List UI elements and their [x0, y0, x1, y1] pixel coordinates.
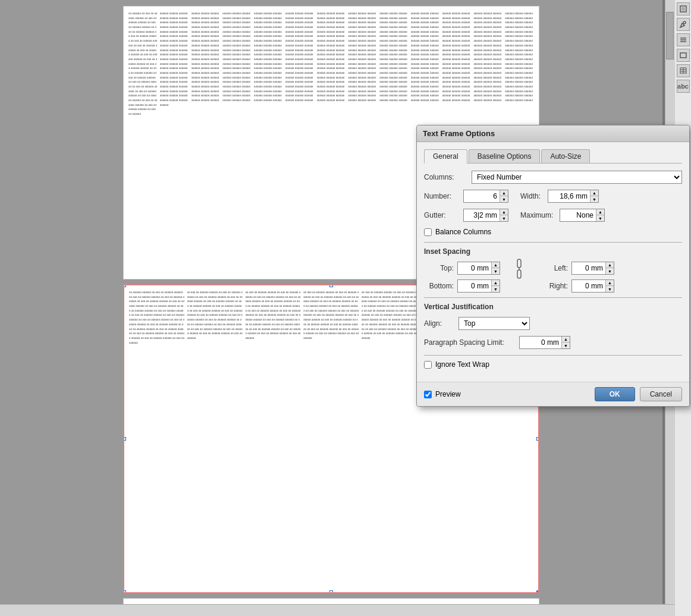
ignore-text-wrap-label: Ignore Text Wrap — [435, 360, 489, 369]
right-down[interactable]: ▼ — [606, 286, 614, 292]
top-label: Top: — [424, 264, 454, 272]
tool-text[interactable]: abc — [677, 80, 690, 93]
tab-baseline-options[interactable]: Baseline Options — [469, 149, 541, 163]
bottom-text-col-3: aa aaa aa aaaaaa aaaaaa aa aaa aa aaaaaa… — [245, 290, 301, 587]
top-down[interactable]: ▼ — [492, 268, 500, 274]
columns-label: Columns: — [424, 173, 472, 181]
width-input[interactable] — [548, 190, 590, 202]
tab-general[interactable]: General — [424, 149, 467, 164]
text-col-7: aaaaaa aaaaaa aaaaaa aaaaaa aaaaaa aaaaa… — [317, 11, 346, 274]
width-spinbox[interactable]: ▲ ▼ — [548, 190, 599, 203]
handle-mr[interactable] — [536, 437, 539, 441]
handle-bl[interactable] — [123, 590, 126, 593]
right-input[interactable] — [572, 280, 605, 292]
paragraph-spacing-spinbox[interactable]: ▲ ▼ — [519, 336, 570, 349]
number-arrows: ▲ ▼ — [500, 190, 508, 202]
ok-button[interactable]: OK — [595, 387, 635, 401]
bottom-text-col-4: aa aaa aa aaaaaa aaaaaa aa aaa aa aaaaaa… — [303, 290, 359, 587]
left-down[interactable]: ▼ — [606, 268, 614, 274]
left-label: Left: — [538, 264, 568, 272]
paragraph-spacing-input[interactable] — [520, 337, 561, 348]
align-row: Align: Top Center Bottom Justify — [424, 317, 682, 330]
handle-bm[interactable] — [329, 590, 333, 593]
text-col-8: aaaaaa aaaaaa aaaaaa aaaaaa aaaaaa aaaaa… — [348, 11, 377, 274]
bottom-up[interactable]: ▲ — [492, 280, 500, 286]
right-spinbox[interactable]: ▲ ▼ — [571, 279, 614, 293]
handle-tm[interactable] — [329, 284, 333, 287]
left-field-row: Left: ▲ ▼ — [538, 262, 614, 275]
paragraph-spacing-up[interactable]: ▲ — [562, 337, 570, 342]
handle-tl[interactable] — [123, 284, 126, 287]
balance-columns-checkbox[interactable] — [424, 228, 432, 236]
columns-row: Columns: Fixed Number Flexible Width Fix… — [424, 171, 682, 184]
width-field-group: Width: ▲ ▼ — [520, 190, 599, 203]
tool-pen[interactable] — [677, 18, 690, 31]
top-spinbox[interactable]: ▲ ▼ — [457, 262, 500, 275]
maximum-input[interactable] — [560, 209, 596, 221]
ignore-text-wrap-checkbox[interactable] — [424, 361, 432, 369]
tab-auto-size[interactable]: Auto-Size — [541, 149, 590, 163]
maximum-down[interactable]: ▼ — [596, 215, 604, 221]
inset-spacing-title: Inset Spacing — [424, 247, 682, 256]
divider-1 — [424, 242, 682, 243]
svg-rect-6 — [680, 53, 686, 58]
gutter-up[interactable]: ▲ — [500, 209, 508, 215]
scroll-thumb-vertical[interactable] — [666, 12, 674, 59]
right-up[interactable]: ▲ — [606, 280, 614, 286]
handle-ml[interactable] — [123, 437, 126, 441]
top-up[interactable]: ▲ — [492, 262, 500, 268]
top-input[interactable] — [458, 262, 491, 274]
width-up[interactable]: ▲ — [591, 190, 598, 196]
text-frame-options-dialog[interactable]: Text Frame Options General Baseline Opti… — [416, 125, 690, 407]
width-down[interactable]: ▼ — [591, 196, 598, 202]
text-col-1: aa aaaaaa aa aaa aa aaaaaa aaaaaa aa aaa… — [128, 11, 158, 274]
tab-bar: General Baseline Options Auto-Size — [424, 149, 682, 164]
columns-select[interactable]: Fixed Number Flexible Width Fixed Width — [472, 171, 682, 184]
tool-select[interactable] — [677, 2, 690, 15]
maximum-field-group: Maximum: ▲ ▼ — [520, 209, 605, 222]
tool-lines[interactable] — [677, 33, 690, 46]
text-col-5: aaaaaa aaaaaa aaaaaa aaaaaa aaaaaa aaaaa… — [254, 11, 283, 274]
chain-link-icon[interactable] — [512, 262, 526, 276]
svg-rect-16 — [517, 270, 521, 278]
tool-grid[interactable] — [677, 64, 690, 77]
balance-columns-label: Balance Columns — [435, 228, 491, 236]
paragraph-spacing-label: Paragraph Spacing Limit: — [424, 338, 519, 347]
maximum-spinbox[interactable]: ▲ ▼ — [560, 209, 605, 222]
cancel-button[interactable]: Cancel — [640, 387, 682, 401]
number-input[interactable] — [464, 190, 500, 202]
tool-rect[interactable] — [677, 49, 690, 62]
gutter-down[interactable]: ▼ — [500, 215, 508, 221]
gutter-arrows: ▲ ▼ — [500, 209, 508, 221]
gutter-input[interactable] — [464, 209, 500, 221]
left-spinbox[interactable]: ▲ ▼ — [571, 262, 614, 275]
number-field-group: Number: ▲ ▼ — [424, 190, 508, 203]
number-up[interactable]: ▲ — [500, 190, 508, 196]
balance-columns-row: Balance Columns — [424, 228, 682, 236]
maximum-label: Maximum: — [520, 211, 556, 219]
width-label: Width: — [520, 192, 544, 200]
left-up[interactable]: ▲ — [606, 262, 614, 268]
preview-label: Preview — [435, 390, 461, 398]
number-down[interactable]: ▼ — [500, 196, 508, 202]
paragraph-spacing-down[interactable]: ▼ — [562, 342, 570, 348]
bottom-down[interactable]: ▼ — [492, 286, 500, 292]
overflow-indicator: + — [537, 591, 539, 593]
bottom-text-col-5: aa aaa aa aaaaaa aaaaaa aa aaa aa aaaaaa… — [362, 290, 417, 587]
svg-rect-1 — [681, 7, 685, 11]
right-field-row: Right: ▲ ▼ — [538, 279, 614, 293]
align-select[interactable]: Top Center Bottom Justify — [458, 317, 530, 330]
top-field-row: Top: ▲ ▼ — [424, 262, 500, 275]
gutter-label: Gutter: — [424, 211, 460, 219]
bottom-spinbox[interactable]: ▲ ▼ — [457, 279, 500, 293]
bottom-text-col-2: aa aaa aa aaaaaa aaaaaa aa aaa aa aaaaaa… — [187, 290, 243, 587]
gutter-spinbox[interactable]: ▲ ▼ — [463, 209, 508, 222]
maximum-up[interactable]: ▲ — [596, 209, 604, 215]
bottom-input[interactable] — [458, 280, 491, 292]
preview-checkbox[interactable] — [424, 391, 432, 398]
left-input[interactable] — [572, 262, 605, 274]
bottom-field-row: Bottom: ▲ ▼ — [424, 279, 500, 293]
number-label: Number: — [424, 192, 460, 200]
number-spinbox[interactable]: ▲ ▼ — [463, 190, 508, 203]
align-label: Align: — [424, 319, 454, 328]
